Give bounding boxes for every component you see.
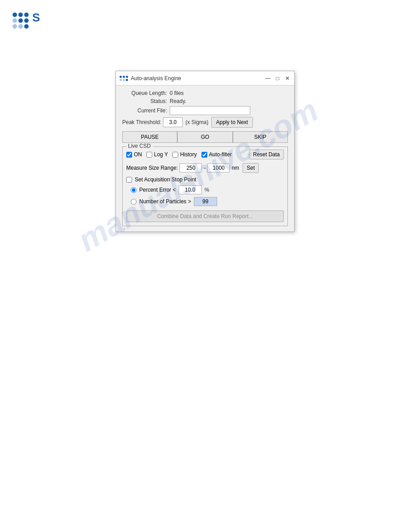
queue-length-row: Queue Length: 0 files <box>122 90 288 96</box>
title-bar-left: Auto-analysis Engine <box>120 75 181 82</box>
skip-button[interactable]: SKIP <box>233 131 288 143</box>
apply-to-next-button[interactable]: Apply to Next <box>211 117 253 128</box>
on-checkbox[interactable] <box>126 152 132 158</box>
measure-max-input[interactable] <box>207 163 230 172</box>
threshold-row: Peak Threshold: (x Sigma) Apply to Next <box>122 117 288 128</box>
queue-length-label: Queue Length: <box>122 90 167 96</box>
reset-data-button[interactable]: Reset Data <box>249 150 284 159</box>
autofilter-checkbox[interactable] <box>201 152 207 158</box>
dialog-body: Queue Length: 0 files Status: Ready. Cur… <box>116 86 294 232</box>
live-csd-section: Live CSD ON Log Y History Auto-filter <box>122 146 288 226</box>
checkboxes-row: ON Log Y History Auto-filter Reset Data <box>126 150 284 159</box>
percent-error-row: Percent Error < % <box>131 185 284 194</box>
acquisition-stop-row: Set Acquisition Stop Point <box>126 176 284 183</box>
live-csd-legend: Live CSD <box>126 143 153 149</box>
go-button[interactable]: GO <box>177 131 232 143</box>
measure-size-range-label: Measure Size Range: <box>126 165 178 171</box>
current-file-input[interactable] <box>170 106 250 115</box>
set-acquisition-label: Set Acquisition Stop Point <box>135 176 196 183</box>
measure-unit: nm <box>231 165 239 171</box>
dialog-title: Auto-analysis Engine <box>131 75 181 82</box>
maximize-button[interactable]: □ <box>274 75 281 82</box>
history-checkbox-item[interactable]: History <box>172 151 197 158</box>
autofilter-checkbox-item[interactable]: Auto-filter <box>201 151 232 158</box>
auto-analysis-dialog: Auto-analysis Engine — □ ✕ Queue Length:… <box>116 71 295 232</box>
history-label: History <box>180 151 197 158</box>
measure-dash: - <box>204 165 206 171</box>
status-label: Status: <box>122 98 167 104</box>
title-bar: Auto-analysis Engine — □ ✕ <box>116 71 294 86</box>
logy-label: Log Y <box>154 151 168 158</box>
current-file-row: Current File: <box>122 106 288 115</box>
close-button[interactable]: ✕ <box>284 75 291 82</box>
num-particles-radio[interactable] <box>131 199 137 205</box>
num-particles-input[interactable] <box>194 197 217 206</box>
queue-length-value: 0 files <box>170 90 184 96</box>
status-value: Ready. <box>170 98 186 104</box>
peak-threshold-input[interactable] <box>163 117 183 127</box>
logo-letter: S <box>32 11 40 25</box>
title-icon <box>120 76 128 81</box>
percent-error-label: Percent Error < <box>139 187 176 193</box>
peak-threshold-label: Peak Threshold: <box>122 119 161 125</box>
logo: S <box>13 13 34 29</box>
logo-dots <box>13 13 34 29</box>
percent-error-radio[interactable] <box>131 187 137 193</box>
percent-symbol: % <box>205 187 210 193</box>
measure-min-input[interactable] <box>180 163 202 172</box>
percent-error-input[interactable] <box>179 185 202 194</box>
title-controls[interactable]: — □ ✕ <box>265 75 291 82</box>
pause-button[interactable]: PAUSE <box>122 131 177 143</box>
acquisition-stop-checkbox[interactable] <box>126 177 132 183</box>
minimize-button[interactable]: — <box>265 75 271 82</box>
combine-button[interactable]: Combine Data and Create Run Report... <box>126 210 284 222</box>
action-buttons-row: PAUSE GO SKIP <box>122 131 288 143</box>
logy-checkbox-item[interactable]: Log Y <box>146 151 168 158</box>
history-checkbox[interactable] <box>172 152 178 158</box>
on-label: ON <box>134 151 142 158</box>
num-particles-row: Number of Particles > <box>131 197 284 206</box>
logy-checkbox[interactable] <box>146 152 152 158</box>
autofilter-label: Auto-filter <box>209 151 232 158</box>
status-row: Status: Ready. <box>122 98 288 104</box>
measure-size-range-row: Measure Size Range: - nm Set <box>126 163 284 173</box>
num-particles-label: Number of Particles > <box>139 198 191 205</box>
current-file-label: Current File: <box>122 107 167 114</box>
on-checkbox-item[interactable]: ON <box>126 151 142 158</box>
set-button[interactable]: Set <box>243 163 259 173</box>
sigma-label: (x Sigma) <box>185 119 208 125</box>
